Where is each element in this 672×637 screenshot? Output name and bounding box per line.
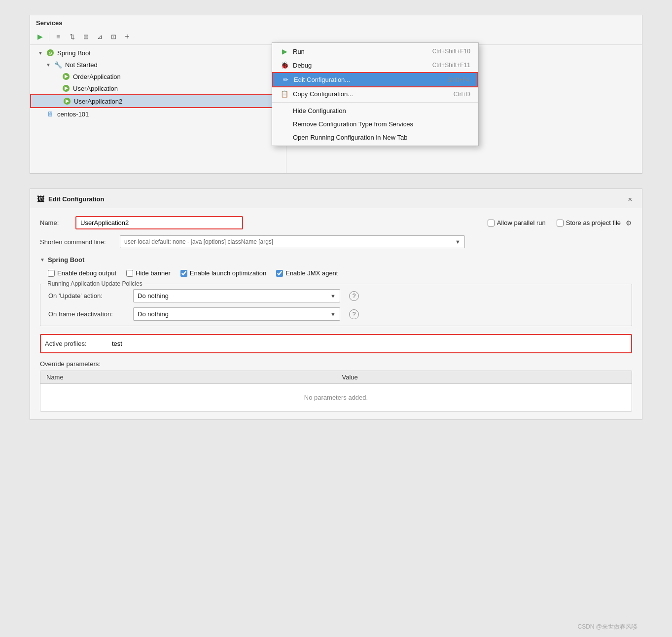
- hide-banner-checkbox[interactable]: [126, 270, 133, 277]
- userapplication-label: UserApplication: [73, 85, 118, 92]
- springboot-icon: ⚙: [46, 48, 55, 57]
- edit-config-header: 🖼 Edit Configuration ×: [30, 189, 642, 208]
- frame-deactivation-row: On frame deactivation: Do nothing ▼ ?: [48, 307, 624, 321]
- frame-deactivation-arrow: ▼: [330, 311, 336, 317]
- shorten-dropdown-arrow: ▼: [455, 239, 460, 245]
- ctx-debug[interactable]: 🐞 Debug Ctrl+Shift+F11: [272, 58, 478, 72]
- enable-jmx-label[interactable]: Enable JMX agent: [276, 269, 338, 277]
- profiles-label: Active profiles:: [45, 340, 104, 347]
- store-project-gear-icon[interactable]: ⚙: [626, 219, 632, 227]
- ctx-openrunning[interactable]: Open Running Configuration in New Tab: [272, 131, 478, 144]
- shorten-dropdown[interactable]: user-local default: none - java [options…: [120, 235, 465, 248]
- no-params-text: No parameters added.: [304, 394, 368, 401]
- profiles-input[interactable]: [110, 339, 627, 348]
- active-profiles-row: Active profiles:: [40, 334, 632, 353]
- ctx-removetype[interactable]: Remove Configuration Type from Services: [272, 117, 478, 131]
- toolbar-btn-lines[interactable]: ≡: [52, 31, 64, 42]
- tree-item-orderapplication[interactable]: OrderApplication: [30, 71, 286, 82]
- toolbar-btn-box[interactable]: ⊡: [107, 31, 119, 42]
- springboot-label: Spring Boot: [57, 49, 91, 57]
- enable-jmx-checkbox[interactable]: [276, 270, 283, 277]
- frame-deactivation-value: Do nothing: [138, 310, 169, 318]
- edit-config-panel: 🖼 Edit Configuration × Name: Allow paral…: [30, 188, 642, 420]
- edit-config-body: Name: Allow parallel run Store as projec…: [30, 208, 642, 419]
- spring-boot-options: Enable debug output Hide banner Enable l…: [40, 269, 632, 277]
- ctx-editconfig-label: Edit Configuration...: [294, 76, 350, 83]
- table-col-value-header: Value: [336, 371, 632, 383]
- ctx-open-left: Open Running Configuration in New Tab: [280, 134, 407, 141]
- allow-parallel-text: Allow parallel run: [497, 219, 546, 226]
- hide-banner-label[interactable]: Hide banner: [126, 269, 171, 277]
- enable-launch-label[interactable]: Enable launch optimization: [180, 269, 266, 277]
- services-panel: Services ▶ ≡ ⇅ ⊞ ⊿ ⊡ + ▼ ⚙ Spring Boot: [30, 15, 642, 174]
- table-col-name-header: Name: [40, 371, 336, 383]
- shorten-label: Shorten command line:: [40, 238, 114, 246]
- frame-deactivation-dropdown[interactable]: Do nothing ▼: [133, 307, 340, 321]
- debug-icon: 🐞: [280, 61, 289, 69]
- ctx-copyconfig-left: 📋 Copy Configuration...: [280, 90, 353, 98]
- update-action-label: On 'Update' action:: [48, 292, 127, 300]
- context-menu: ▶ Run Ctrl+Shift+F10 🐞 Debug Ctrl+Shift+…: [272, 42, 479, 146]
- close-button[interactable]: ×: [625, 194, 635, 204]
- userapplication2-label: UserApplication2: [74, 98, 122, 105]
- ctx-copyconfig-shortcut: Ctrl+D: [454, 91, 470, 98]
- ctx-editconfig-shortcut: Shift+F4: [447, 76, 469, 83]
- wrench-icon: 🔧: [54, 60, 63, 69]
- user-icon: [62, 84, 71, 93]
- ctx-hide-left: Hide Configuration: [280, 107, 346, 114]
- shorten-row: Shorten command line: user-local default…: [40, 235, 632, 248]
- orderapplication-label: OrderApplication: [73, 73, 121, 80]
- ctx-debug-label: Debug: [293, 62, 312, 69]
- toolbar-btn-sort[interactable]: ⇅: [66, 31, 78, 42]
- tree-item-userapplication2[interactable]: UserApplication2: [30, 94, 286, 108]
- copy-icon: 📋: [280, 90, 289, 98]
- override-section: Override parameters: Name Value No param…: [40, 360, 632, 412]
- enable-jmx-text: Enable JMX agent: [285, 269, 338, 277]
- allow-parallel-checkbox[interactable]: [488, 220, 495, 226]
- enable-debug-label[interactable]: Enable debug output: [48, 269, 116, 277]
- spring-boot-section-label: Spring Boot: [48, 256, 84, 263]
- toolbar-btn-add[interactable]: +: [121, 31, 133, 42]
- allow-parallel-label[interactable]: Allow parallel run: [488, 219, 546, 226]
- store-project-label[interactable]: Store as project file: [557, 219, 621, 226]
- override-label: Override parameters:: [40, 360, 632, 368]
- run-icon: ▶: [280, 47, 289, 55]
- edit-config-title: 🖼 Edit Configuration: [37, 195, 104, 203]
- tree-item-centos[interactable]: 🖥 centos-101: [30, 108, 286, 120]
- enable-debug-checkbox[interactable]: [48, 270, 55, 277]
- policies-group: Running Application Update Policies On '…: [40, 284, 632, 326]
- tree-item-springboot[interactable]: ▼ ⚙ Spring Boot: [30, 47, 286, 59]
- ctx-openrunning-label: Open Running Configuration in New Tab: [293, 134, 407, 141]
- ctx-copyconfig[interactable]: 📋 Copy Configuration... Ctrl+D: [272, 87, 478, 101]
- ctx-debug-left: 🐞 Debug: [280, 61, 312, 69]
- spring-boot-section-header[interactable]: ▼ Spring Boot: [40, 256, 632, 263]
- update-action-dropdown[interactable]: Do nothing ▼: [133, 289, 340, 302]
- ctx-removetype-label: Remove Configuration Type from Services: [293, 120, 413, 128]
- enable-launch-checkbox[interactable]: [180, 270, 187, 277]
- name-row: Name: Allow parallel run Store as projec…: [40, 216, 632, 229]
- store-project-checkbox[interactable]: [557, 220, 564, 226]
- edit-config-title-icon: 🖼: [37, 195, 44, 203]
- edit-config-title-text: Edit Configuration: [48, 195, 104, 203]
- tree-item-userapplication[interactable]: UserApplication: [30, 82, 286, 94]
- ctx-hideconfig[interactable]: Hide Configuration: [272, 104, 478, 117]
- tree-item-notstarted[interactable]: ▼ 🔧 Not Started: [30, 59, 286, 71]
- svg-text:⚙: ⚙: [48, 51, 52, 56]
- springboot-arrow: ▼: [38, 50, 46, 56]
- name-input[interactable]: [75, 216, 243, 229]
- update-action-help-icon[interactable]: ?: [349, 291, 359, 301]
- frame-deactivation-help-icon[interactable]: ?: [349, 309, 359, 319]
- enable-launch-text: Enable launch optimization: [190, 269, 266, 277]
- play-button[interactable]: ▶: [34, 31, 46, 42]
- toolbar-btn-grid[interactable]: ⊞: [80, 31, 92, 42]
- ctx-divider-1: [272, 102, 478, 103]
- centos-label: centos-101: [57, 111, 89, 118]
- ctx-run[interactable]: ▶ Run Ctrl+Shift+F10: [272, 44, 478, 58]
- ctx-editconfig[interactable]: ✏ Edit Configuration... Shift+F4: [272, 72, 478, 87]
- ctx-run-shortcut: Ctrl+Shift+F10: [432, 48, 470, 55]
- override-table: Name Value No parameters added.: [40, 371, 632, 412]
- user2-icon: [63, 97, 71, 106]
- notstarted-label: Not Started: [65, 61, 98, 69]
- toolbar-btn-filter[interactable]: ⊿: [94, 31, 106, 42]
- update-action-value: Do nothing: [138, 292, 169, 300]
